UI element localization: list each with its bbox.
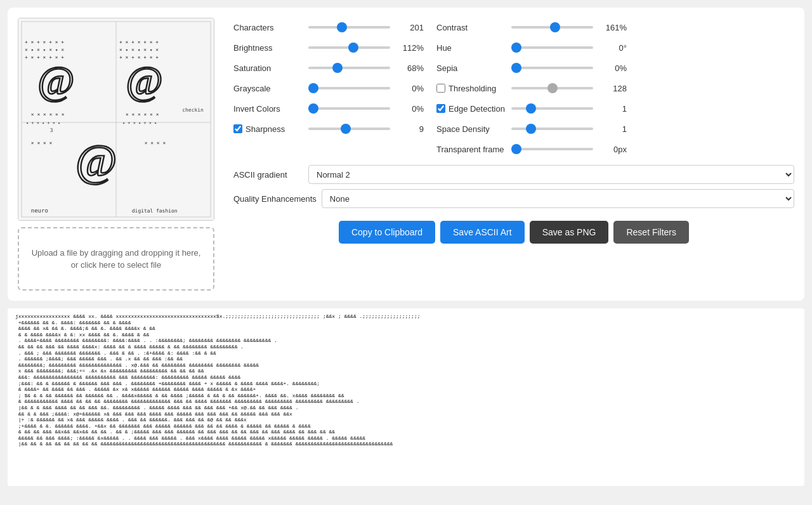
grayscale-label: Grayscale [233, 84, 303, 93]
spacedensity-value: 1 [598, 124, 627, 134]
svg-text:@: @ [37, 58, 75, 103]
svg-text:× × × × × ×: × × × × × × [31, 112, 65, 117]
thresholding-label: Thresholding [436, 84, 506, 93]
saturation-value: 68% [395, 63, 424, 73]
characters-slider[interactable] [308, 26, 390, 29]
contrast-slider[interactable] [511, 26, 593, 29]
svg-text:× × × ×: × × × × [31, 140, 53, 146]
edge-checkbox[interactable] [436, 104, 445, 113]
copy-button[interactable]: Copy to Clipboard [339, 221, 435, 244]
spacedensity-slider[interactable] [511, 128, 593, 130]
edge-value: 1 [598, 104, 627, 114]
edge-row: Edge Detection1 [436, 99, 627, 118]
invert-label: Invert Colors [233, 104, 303, 114]
saturation-row: Saturation68% [233, 58, 424, 77]
characters-row: Characters201 [233, 18, 424, 37]
transparent-value: 0px [598, 145, 627, 154]
spacedensity-label: Space Density [436, 124, 506, 134]
transparent-row: Transparent frame0px [436, 140, 627, 159]
brightness-slider[interactable] [308, 46, 390, 49]
grayscale-slider[interactable] [308, 87, 390, 89]
edge-label: Edge Detection [436, 104, 506, 114]
svg-text:× × × × × ×: × × × × × × [126, 112, 159, 117]
svg-text:3: 3 [50, 128, 53, 133]
contrast-value: 161% [598, 23, 627, 32]
svg-text:× ✦ × ✦ × ✦ ×: × ✦ × ✦ × ✦ × [25, 47, 64, 53]
grayscale-row: Grayscale0% [233, 79, 424, 98]
svg-text:✦ + × ✦ + × ✦: ✦ + × ✦ + × ✦ [122, 121, 157, 126]
ascii-output: jxxxxxxxxxxxxxxxxx &&&& xx. &&&& xxxxxxx… [8, 308, 804, 486]
grayscale-value: 0% [395, 84, 424, 93]
invert-slider[interactable] [308, 107, 390, 110]
gradient-row: ASCII gradient Normal 1Normal 2Normal 3R… [233, 165, 794, 184]
action-buttons: Copy to Clipboard Save ASCII Art Save as… [233, 221, 794, 244]
hue-label: Hue [436, 43, 506, 53]
svg-text:neuro: neuro [31, 207, 48, 214]
quality-label: Quality Enhancements [233, 194, 317, 204]
svg-text:+ × + × + × +: + × + × + × + [25, 39, 64, 45]
hue-row: Hue0° [436, 38, 627, 57]
sepia-slider[interactable] [511, 67, 593, 69]
quality-row: Quality Enhancements NoneLowMediumHigh [233, 189, 794, 208]
svg-text:checkin: checkin [182, 107, 204, 113]
svg-text:@: @ [75, 135, 117, 185]
characters-value: 201 [395, 23, 424, 32]
brightness-value: 112% [395, 43, 424, 53]
sharpness-value: 9 [395, 124, 424, 134]
saturation-slider[interactable] [308, 67, 390, 69]
invert-value: 0% [395, 104, 424, 114]
sepia-label: Sepia [436, 63, 506, 73]
contrast-row: Contrast161% [436, 18, 627, 37]
thresholding-slider[interactable] [511, 87, 593, 89]
thresholding-row: Thresholding128 [436, 79, 627, 98]
transparent-slider[interactable] [511, 148, 593, 150]
contrast-label: Contrast [436, 23, 506, 32]
characters-label: Characters [233, 23, 303, 32]
quality-select[interactable]: NoneLowMediumHigh [322, 189, 794, 208]
saturation-label: Saturation [233, 63, 303, 73]
reset-button[interactable]: Reset Filters [613, 221, 689, 244]
sharpness-label: Sharpness [233, 124, 303, 134]
svg-text:digital fashion: digital fashion [132, 208, 178, 214]
invert-row: Invert Colors0% [233, 99, 424, 118]
hue-slider[interactable] [511, 46, 593, 49]
spacedensity-row: Space Density1 [436, 119, 627, 138]
file-drop-zone[interactable]: Upload a file by dragging and dropping i… [18, 227, 214, 291]
svg-text:+ × + × + × +: + × + × + × + [119, 39, 159, 45]
sharpness-row: Sharpness9 [233, 119, 424, 138]
thresholding-value: 128 [598, 84, 627, 93]
svg-text:× ✦ × ✦ × ✦ ×: × ✦ × ✦ × ✦ × [119, 47, 159, 53]
brightness-row: Brightness112% [233, 38, 424, 57]
gradient-label: ASCII gradient [233, 170, 303, 180]
gradient-select[interactable]: Normal 1Normal 2Normal 3ReversedCustom [308, 165, 794, 184]
save-ascii-button[interactable]: Save ASCII Art [440, 221, 525, 244]
sepia-value: 0% [598, 63, 627, 73]
sharpness-checkbox[interactable] [233, 124, 242, 133]
hue-value: 0° [598, 43, 627, 53]
save-png-button[interactable]: Save as PNG [530, 221, 609, 244]
thresholding-checkbox[interactable] [436, 84, 445, 93]
svg-text:× × × ×: × × × × [145, 140, 166, 146]
svg-text:✦ + × ✦ + × ✦: ✦ + × ✦ + × ✦ [26, 121, 61, 126]
drop-zone-text: Upload a file by dragging and dropping i… [29, 247, 203, 272]
brightness-label: Brightness [233, 43, 303, 53]
sharpness-slider[interactable] [308, 128, 390, 130]
sepia-row: Sepia0% [436, 58, 627, 77]
transparent-label: Transparent frame [436, 145, 506, 154]
svg-text:@: @ [126, 58, 163, 103]
image-preview: + × + × + × + × ✦ × ✦ × ✦ × + × + × + × … [18, 18, 214, 221]
edge-slider[interactable] [511, 107, 593, 110]
